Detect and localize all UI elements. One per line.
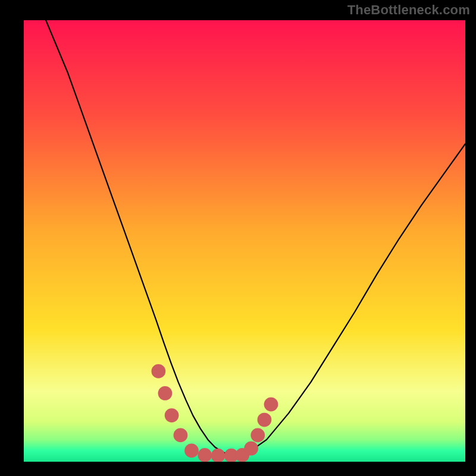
curve-marker-12 xyxy=(264,397,278,412)
bottleneck-chart xyxy=(24,20,465,462)
curve-marker-0 xyxy=(151,364,165,378)
curve-marker-4 xyxy=(184,444,199,458)
curve-marker-5 xyxy=(198,448,212,462)
curve-marker-1 xyxy=(158,386,173,400)
curve-marker-3 xyxy=(174,428,188,443)
chart-frame: TheBottleneck.com xyxy=(0,0,476,476)
curve-marker-10 xyxy=(250,428,265,443)
curve-marker-11 xyxy=(258,413,272,427)
gradient-background xyxy=(24,20,465,462)
curve-marker-9 xyxy=(244,441,258,456)
plot-area xyxy=(24,20,465,462)
curve-marker-2 xyxy=(165,408,179,422)
watermark-text: TheBottleneck.com xyxy=(347,2,470,18)
